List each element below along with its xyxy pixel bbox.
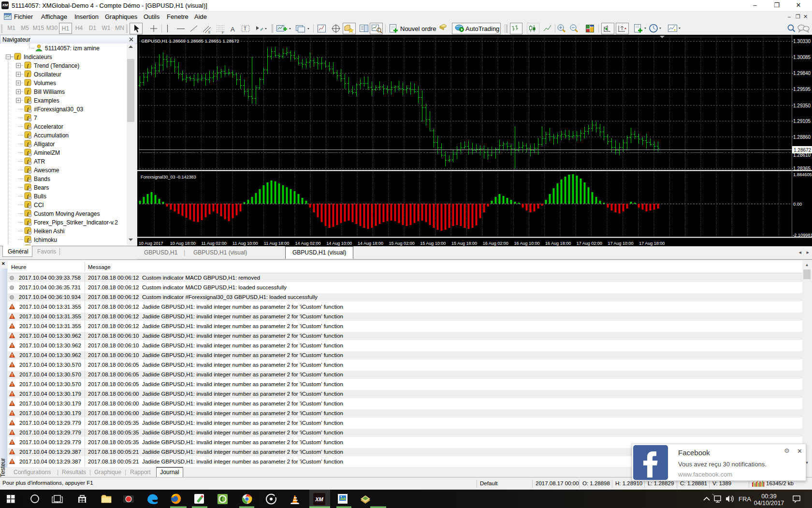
svg-text:FRA: FRA	[739, 495, 751, 503]
svg-text:Bands: Bands	[34, 176, 50, 182]
svg-text:Bears: Bears	[34, 184, 49, 191]
svg-text:1.30330: 1.30330	[793, 39, 811, 44]
svg-text:14 Aug 18:00: 14 Aug 18:00	[358, 241, 383, 246]
svg-text:1.28672: 1.28672	[794, 148, 812, 153]
svg-text:Ichimoku: Ichimoku	[34, 237, 57, 243]
svg-text:15 Aug 10:00: 15 Aug 10:00	[420, 241, 446, 246]
svg-text:16 Aug 18:00: 16 Aug 18:00	[545, 241, 571, 246]
svg-text:16 Aug 02:00: 16 Aug 02:00	[483, 241, 508, 246]
svg-text:10 Aug 18:00: 10 Aug 18:00	[170, 241, 196, 246]
svg-text:Custom Moving Averages: Custom Moving Averages	[34, 210, 100, 217]
svg-text:ATR: ATR	[34, 158, 45, 165]
svg-text:1.29595: 1.29595	[793, 87, 811, 92]
svg-text:11 Aug 18:00: 11 Aug 18:00	[264, 241, 289, 246]
svg-text:00:39: 00:39	[761, 493, 776, 500]
svg-text:1.28365: 1.28365	[793, 166, 811, 171]
svg-text:10 Aug 2017: 10 Aug 2017	[139, 241, 163, 246]
svg-text:F: F	[222, 31, 224, 34]
svg-text:Examples: Examples	[34, 97, 59, 104]
svg-text:16 Aug 10:00: 16 Aug 10:00	[514, 241, 539, 246]
svg-text:04/10/2017: 04/10/2017	[754, 500, 784, 507]
svg-text:Oscillateur: Oscillateur	[34, 71, 61, 78]
svg-text:11 Aug 02:00: 11 Aug 02:00	[201, 241, 226, 246]
svg-text:1.28860: 1.28860	[793, 134, 811, 140]
svg-text:15 Aug 18:00: 15 Aug 18:00	[451, 241, 477, 246]
svg-text:14 Aug 10:00: 14 Aug 10:00	[326, 241, 352, 246]
svg-text:1.884605: 1.884605	[793, 172, 812, 177]
svg-text:51114057: izm amine: 51114057: izm amine	[45, 45, 100, 52]
svg-text:CCI: CCI	[34, 202, 44, 209]
svg-text:Awesome: Awesome	[34, 167, 59, 174]
svg-text:Favoris: Favoris	[37, 248, 56, 255]
svg-text:0.00: 0.00	[793, 202, 802, 207]
svg-text:Forexsignal30_03 -0.142383: Forexsignal30_03 -0.142383	[141, 175, 196, 179]
svg-text:-2.109981: -2.109981	[793, 233, 812, 238]
svg-text:#Forexsignal30_03: #Forexsignal30_03	[34, 106, 83, 113]
svg-text:AutoTrading: AutoTrading	[465, 25, 499, 32]
svg-text:17 Aug 18:00: 17 Aug 18:00	[639, 241, 665, 246]
svg-text:1.30085: 1.30085	[793, 55, 811, 60]
svg-text:Navigateur: Navigateur	[2, 36, 30, 43]
svg-text:Général: Général	[8, 248, 29, 255]
svg-text:E: E	[208, 30, 211, 34]
svg-text:1.29105: 1.29105	[793, 119, 811, 124]
svg-text:Bill Williams: Bill Williams	[34, 89, 65, 95]
svg-text:AminelZM: AminelZM	[34, 149, 60, 156]
svg-text:Nouvel ordre: Nouvel ordre	[400, 25, 436, 32]
svg-text:GBPUSD,H1 1.28669 1.28685 1.2: GBPUSD,H1 1.28669 1.28685 1.28651 1.2867…	[141, 38, 239, 44]
svg-text:XM: XM	[315, 496, 323, 502]
svg-text:1.29840: 1.29840	[793, 71, 811, 76]
svg-text:14 Aug 02:00: 14 Aug 02:00	[295, 241, 321, 246]
svg-text:A: A	[231, 26, 235, 33]
svg-text:Forex_Pips_Striker_Indicator-v: Forex_Pips_Striker_Indicator-v.2	[34, 219, 118, 226]
svg-text:7: 7	[34, 115, 37, 121]
svg-text:T: T	[244, 26, 246, 31]
svg-text:Volumes: Volumes	[34, 80, 56, 87]
svg-text:17 Aug 10:00: 17 Aug 10:00	[608, 241, 634, 246]
svg-text:Accelerator: Accelerator	[34, 123, 63, 130]
svg-text:Trend (Tendance): Trend (Tendance)	[34, 62, 79, 69]
svg-text:17 Aug 02:00: 17 Aug 02:00	[577, 241, 602, 246]
svg-text:1.29350: 1.29350	[793, 103, 811, 108]
svg-text:Heiken Ashi: Heiken Ashi	[34, 228, 64, 235]
svg-text:Accumulation: Accumulation	[34, 132, 69, 139]
svg-text:15 Aug 02:00: 15 Aug 02:00	[389, 241, 415, 246]
svg-text:Bulls: Bulls	[34, 193, 46, 200]
svg-text:Alligator: Alligator	[34, 141, 55, 148]
svg-text:11 Aug 10:00: 11 Aug 10:00	[232, 241, 258, 246]
svg-text:Indicateurs: Indicateurs	[24, 54, 52, 60]
